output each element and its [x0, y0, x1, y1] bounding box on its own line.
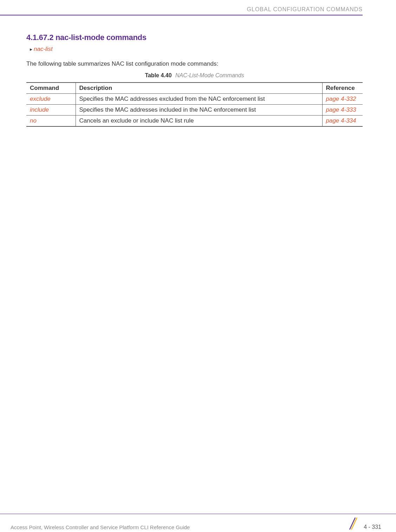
section-heading: 4.1.67.2 nac-list-mode commands — [26, 33, 363, 42]
slash-icon — [348, 517, 357, 530]
table-caption-title: NAC-List-Mode Commands — [175, 72, 244, 78]
th-command: Command — [26, 83, 76, 94]
page-header: GLOBAL CONFIGURATION COMMANDS — [0, 0, 396, 15]
table-caption: Table 4.40 NAC-List-Mode Commands — [26, 72, 363, 79]
table-row: no Cancels an exclude or include NAC lis… — [26, 116, 363, 127]
table-row: include Specifies the MAC addresses incl… — [26, 105, 363, 116]
footer-guide-title: Access Point, Wireless Controller and Se… — [11, 524, 190, 530]
table-row: exclude Specifies the MAC addresses excl… — [26, 94, 363, 105]
th-reference: Reference — [322, 83, 363, 94]
cmd-name-link[interactable]: no — [26, 116, 76, 127]
commands-table: Command Description Reference exclude Sp… — [26, 82, 363, 127]
footer-divider — [0, 514, 396, 514]
breadcrumb: ▸ nac-list — [26, 46, 363, 53]
footer-right: 4 - 331 — [348, 520, 396, 532]
cmd-reference-link[interactable]: page 4-332 — [322, 94, 363, 105]
main-content: 4.1.67.2 nac-list-mode commands ▸ nac-li… — [0, 15, 396, 127]
header-title: GLOBAL CONFIGURATION COMMANDS — [0, 6, 363, 13]
footer-content: Access Point, Wireless Controller and Se… — [0, 520, 396, 532]
intro-paragraph: The following table summarizes NAC list … — [26, 60, 363, 67]
table-header-row: Command Description Reference — [26, 83, 363, 94]
th-description: Description — [76, 83, 322, 94]
cmd-description: Cancels an exclude or include NAC list r… — [76, 116, 322, 127]
cmd-reference-link[interactable]: page 4-334 — [322, 116, 363, 127]
cmd-description: Specifies the MAC addresses excluded fro… — [76, 94, 322, 105]
breadcrumb-link[interactable]: nac-list — [34, 46, 53, 53]
cmd-name-link[interactable]: include — [26, 105, 76, 116]
cmd-description: Specifies the MAC addresses included in … — [76, 105, 322, 116]
triangle-right-icon: ▸ — [30, 46, 32, 52]
page-footer: Access Point, Wireless Controller and Se… — [0, 514, 396, 532]
cmd-name-link[interactable]: exclude — [26, 94, 76, 105]
cmd-reference-link[interactable]: page 4-333 — [322, 105, 363, 116]
table-caption-label: Table 4.40 — [145, 72, 171, 78]
footer-page-number: 4 - 331 — [364, 524, 381, 530]
